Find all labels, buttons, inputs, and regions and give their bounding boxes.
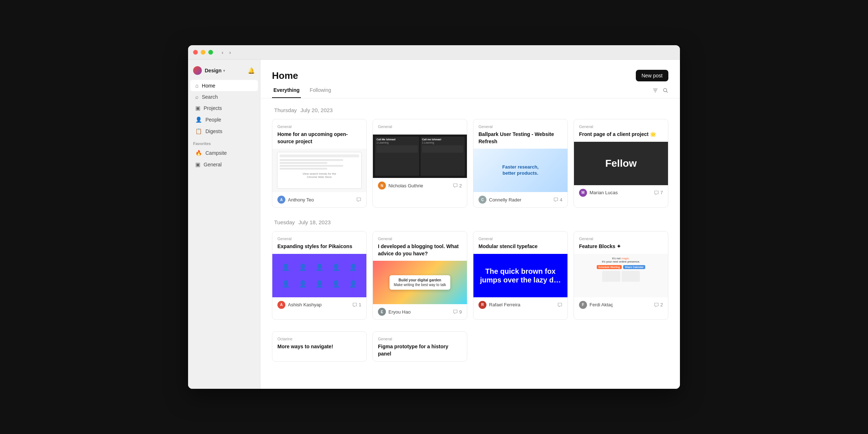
- card-comments: 4: [553, 197, 562, 203]
- date-header-thursday: Thursday July 20, 2023: [272, 107, 668, 113]
- card-top: General Modular stencil typeface: [473, 231, 567, 254]
- maximize-button[interactable]: [208, 50, 213, 55]
- card-image-feature-blocks: It's not magic.It's your next online pre…: [574, 254, 668, 297]
- pika-icon-10: 👤: [349, 280, 357, 288]
- author-avatar: A: [277, 196, 285, 204]
- author-avatar: E: [378, 308, 386, 316]
- card-blogging-tool[interactable]: General I developed a blogging tool. Wha…: [373, 231, 467, 320]
- sidebar-nav: ⌂ Home ⌕ Search ▣ Projects 👤 People 📋: [188, 80, 260, 137]
- sidebar-item-home[interactable]: ⌂ Home: [190, 80, 258, 91]
- card-top: General Expanding styles for Pikaicons: [272, 231, 366, 254]
- sidebar-item-projects[interactable]: ▣ Projects: [190, 102, 258, 114]
- search-icon: ⌕: [195, 94, 199, 100]
- svg-line-4: [667, 92, 668, 93]
- card-call-me-ishmael[interactable]: General Call Me Ishmael 1 Learning: [373, 119, 467, 208]
- svg-point-3: [664, 89, 667, 92]
- card-image-search-trends: View search trends for theChrome Web Sto…: [272, 149, 366, 192]
- card-octarine[interactable]: Octarine More ways to navigate!: [272, 331, 367, 361]
- card-image-blogging: Build your digital garden Make writing t…: [373, 261, 467, 304]
- card-top: General Figma prototype for a history pa…: [373, 332, 467, 361]
- close-button[interactable]: [193, 50, 198, 55]
- author-avatar: R: [478, 301, 486, 309]
- search-tab-icon[interactable]: [663, 88, 668, 93]
- workspace-avatar: [193, 66, 202, 75]
- card-footer: C Connelly Rader 4: [473, 192, 567, 207]
- new-post-button[interactable]: New post: [636, 70, 668, 81]
- card-top: General: [373, 119, 467, 135]
- author-avatar: N: [378, 182, 386, 190]
- pika-icon-9: 👤: [332, 280, 340, 288]
- author-avatar: F: [579, 301, 587, 309]
- general-icon: ▣: [195, 161, 200, 168]
- card-feature-blocks[interactable]: General Feature Blocks ✦ It's not magic.…: [574, 231, 668, 320]
- card-footer: M Marian Lucas 7: [574, 185, 668, 200]
- pika-icon-8: 👤: [315, 280, 323, 288]
- card-author: C Connelly Rader: [478, 196, 522, 204]
- campsite-icon: 🔥: [195, 150, 202, 156]
- card-stencil-typeface[interactable]: General Modular stencil typeface The qui…: [473, 231, 568, 320]
- favorites-nav: 🔥 Campsite ▣ General: [188, 147, 260, 170]
- projects-icon: ▣: [195, 105, 200, 111]
- card-author: R Rafael Ferreira: [478, 301, 520, 309]
- card-footer: A Anthony Teo: [272, 192, 366, 207]
- card-ballpark-user-testing[interactable]: General Ballpark User Testing - Website …: [473, 119, 568, 208]
- card-author: A Anthony Teo: [277, 196, 314, 204]
- notifications-bell-icon[interactable]: 🔔: [248, 67, 255, 74]
- people-icon: 👤: [195, 116, 202, 123]
- minimize-button[interactable]: [201, 50, 205, 55]
- sidebar-item-digests[interactable]: 📋 Digests: [190, 125, 258, 137]
- workspace-header: Design ▾ 🔔: [188, 64, 260, 80]
- date-section-tuesday: Tuesday July 18, 2023 General Expanding …: [272, 219, 668, 320]
- card-top: Octarine More ways to navigate!: [272, 332, 366, 354]
- card-top: General Feature Blocks ✦: [574, 231, 668, 254]
- card-comments: 2: [453, 183, 462, 188]
- cards-grid-tuesday: General Expanding styles for Pikaicons 👤…: [272, 231, 668, 320]
- card-comments: 7: [654, 190, 663, 195]
- sidebar-item-search[interactable]: ⌕ Search: [190, 91, 258, 102]
- card-footer: N Nicholas Guthrie 2: [373, 178, 467, 193]
- workspace-info[interactable]: Design ▾: [193, 66, 225, 75]
- card-comments: [557, 302, 562, 307]
- back-button[interactable]: ‹: [220, 49, 225, 56]
- tab-everything[interactable]: Everything: [272, 87, 301, 98]
- card-front-page-client[interactable]: General Front page of a client project 🌟…: [574, 119, 668, 208]
- card-pikaicons[interactable]: General Expanding styles for Pikaicons 👤…: [272, 231, 367, 320]
- card-image-ballpark: Faster research,better products.: [473, 149, 567, 192]
- card-footer: E Eryou Hao 9: [373, 304, 467, 319]
- card-image-stencil: The quick brown foxjumps over the lazy d…: [473, 254, 567, 297]
- digests-icon: 📋: [195, 128, 202, 135]
- card-figma-prototype[interactable]: General Figma prototype for a history pa…: [373, 331, 467, 361]
- pika-icon-1: 👤: [282, 263, 290, 271]
- card-comments: 9: [453, 309, 462, 315]
- card-author: A Ashish Kashyap: [277, 301, 322, 309]
- chevron-down-icon: ▾: [223, 69, 225, 73]
- card-author: F Ferdi Aktaç: [579, 301, 613, 309]
- date-section-more: Octarine More ways to navigate! General …: [272, 331, 668, 361]
- titlebar: ‹ ›: [188, 45, 680, 60]
- pika-icon-3: 👤: [315, 263, 323, 271]
- page-title: Home: [272, 70, 298, 81]
- app-window: ‹ › Design ▾ 🔔 ⌂ Home: [188, 45, 680, 389]
- tab-following[interactable]: Following: [308, 87, 332, 98]
- pika-icon-7: 👤: [299, 280, 307, 288]
- cards-grid-more: Octarine More ways to navigate! General …: [272, 331, 668, 361]
- author-avatar: M: [579, 189, 587, 197]
- app-body: Design ▾ 🔔 ⌂ Home ⌕ Search ▣ Projects: [188, 60, 680, 389]
- card-home-open-source[interactable]: General Home for an upcoming open-source…: [272, 119, 367, 208]
- pika-icon-5: 👤: [349, 263, 357, 271]
- forward-button[interactable]: ›: [228, 49, 233, 56]
- favorites-label: Favorites: [188, 137, 260, 147]
- sidebar-item-people[interactable]: 👤 People: [190, 114, 258, 125]
- card-author: N Nicholas Guthrie: [378, 182, 423, 190]
- content-area: Thursday July 20, 2023 General Home for …: [260, 98, 680, 389]
- card-top: General Ballpark User Testing - Website …: [473, 119, 567, 149]
- filter-icon[interactable]: [652, 88, 658, 93]
- main-header: Home New post: [260, 60, 680, 81]
- card-comments: 1: [352, 302, 361, 307]
- sidebar-item-campsite[interactable]: 🔥 Campsite: [190, 147, 258, 159]
- pika-icon-4: 👤: [332, 263, 340, 271]
- sidebar-item-general[interactable]: ▣ General: [190, 159, 258, 170]
- card-top: General Front page of a client project 🌟: [574, 119, 668, 142]
- author-avatar: C: [478, 196, 486, 204]
- card-comments: 2: [654, 302, 663, 307]
